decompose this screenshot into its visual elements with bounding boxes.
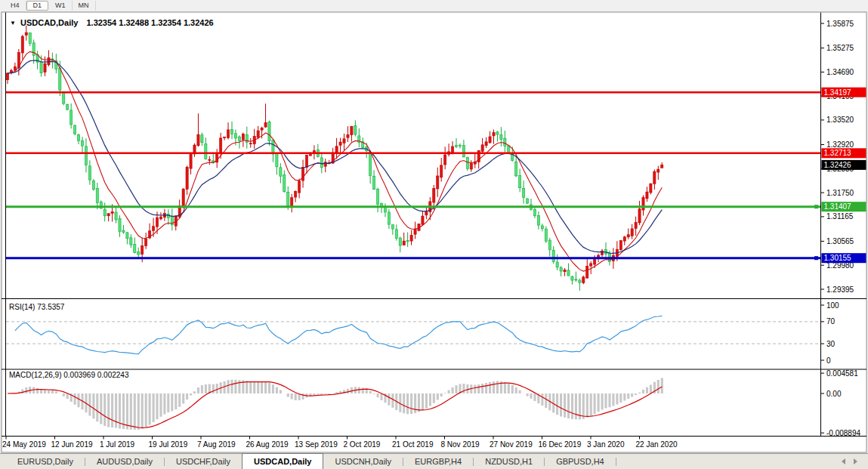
rsi-axis-label: 70 <box>826 317 836 326</box>
tabs-scroll-right-icon[interactable] <box>854 458 857 464</box>
tab-eurusd-daily[interactable]: EURUSD,Daily <box>6 454 85 469</box>
date-axis-label: 27 Nov 2019 <box>490 440 533 449</box>
price-axis-label: 1.29395 <box>826 285 854 294</box>
date-axis-label: 16 Dec 2019 <box>539 440 582 449</box>
date-axis-label: 3 Jan 2020 <box>587 440 625 449</box>
chart-title: ▼ USDCAD,Daily 1.32354 1.32488 1.32354 1… <box>10 18 214 27</box>
price-axis-label: 1.35875 <box>826 20 854 28</box>
tab-usdcad-daily[interactable]: USDCAD,Daily <box>242 453 323 469</box>
timeframe-d1-button[interactable]: D1 <box>26 1 49 11</box>
price-axis-label: 1.32920 <box>826 140 854 149</box>
chart-window-frame <box>2 12 866 452</box>
date-axis-label: 26 Aug 2019 <box>246 440 289 449</box>
chart-symbol-label: USDCAD,Daily <box>20 18 78 27</box>
price-badge-label: 1.30155 <box>824 254 852 262</box>
tabs-scroll-left-icon[interactable] <box>842 458 845 464</box>
hline-drag-handle[interactable] <box>814 256 818 260</box>
macd-current-values: 0.003969 0.002243 <box>63 371 128 379</box>
timeframe-toolbar: H4 D1 W1 MN <box>0 0 868 11</box>
rsi-axis-label: 0 <box>826 356 831 365</box>
timeframe-w1-button[interactable]: W1 <box>49 1 73 11</box>
price-axis-label: 1.34690 <box>826 68 854 76</box>
hline-drag-handle[interactable] <box>814 205 818 208</box>
date-axis-label: 21 Oct 2019 <box>392 440 434 449</box>
tab-nzdusd-h1[interactable]: NZDUSD,H1 <box>474 454 544 469</box>
rsi-axis-label: 30 <box>826 340 836 348</box>
tab-eurgbp-h4[interactable]: EURGBP,H4 <box>403 454 473 469</box>
chart-canvas[interactable]: 1.358751.352751.346901.341051.335201.329… <box>0 0 868 469</box>
date-axis-label: 2 Oct 2019 <box>344 440 381 449</box>
symbol-tabbar: EURUSD,Daily AUDUSD,Daily USDCHF,Daily U… <box>0 453 868 469</box>
tab-gbpusd-h4[interactable]: GBPUSD,H4 <box>545 454 616 469</box>
price-badge-label: 1.31407 <box>824 202 852 211</box>
macd-axis-label: -0.008894 <box>826 429 860 437</box>
chart-menu-triangle-icon[interactable]: ▼ <box>10 20 16 26</box>
price-axis-label: 1.33520 <box>826 116 854 124</box>
macd-indicator-label: MACD(12,26,9) 0.003969 0.002243 <box>9 371 128 379</box>
price-axis-label: 1.31165 <box>826 212 854 221</box>
macd-axis-label: 0.00 <box>826 390 842 398</box>
date-axis-label: 13 Sep 2019 <box>295 440 338 449</box>
tab-audusd-daily[interactable]: AUDUSD,Daily <box>85 454 164 469</box>
timeframe-h4-button[interactable]: H4 <box>5 1 26 11</box>
tab-usdchf-daily[interactable]: USDCHF,Daily <box>165 454 242 469</box>
tab-scroll-arrows <box>842 454 868 469</box>
date-axis-label: 7 Aug 2019 <box>197 440 236 449</box>
rsi-current-value: 73.5357 <box>37 303 64 311</box>
date-axis-label: 22 Jan 2020 <box>636 440 678 449</box>
price-badge-label: 1.34197 <box>824 88 852 97</box>
price-badge-label: 1.32713 <box>824 149 852 157</box>
price-axis-label: 1.35275 <box>826 44 854 52</box>
rsi-indicator-label: RSI(14) 73.5357 <box>9 303 64 311</box>
date-axis-label: 8 Nov 2019 <box>441 440 480 449</box>
price-axis-label: 1.31750 <box>826 189 854 197</box>
tab-usdcnh-daily[interactable]: USDCNH,Daily <box>323 454 403 469</box>
rsi-axis-label: 100 <box>826 301 839 310</box>
date-axis-label: 12 Jun 2019 <box>51 440 93 449</box>
timeframe-mn-button[interactable]: MN <box>73 1 96 11</box>
price-axis-label: 1.30565 <box>826 237 854 245</box>
price-badge-label: 1.32426 <box>824 161 852 169</box>
date-axis-label: 19 Jul 2019 <box>149 440 188 449</box>
chart-ohlc-values: 1.32354 1.32488 1.32354 1.32426 <box>86 18 213 27</box>
date-axis-label: 1 Jul 2019 <box>100 440 135 449</box>
macd-axis-label: 0.004581 <box>826 369 858 378</box>
tab-separator <box>616 458 616 466</box>
date-axis-label: 24 May 2019 <box>2 440 46 449</box>
